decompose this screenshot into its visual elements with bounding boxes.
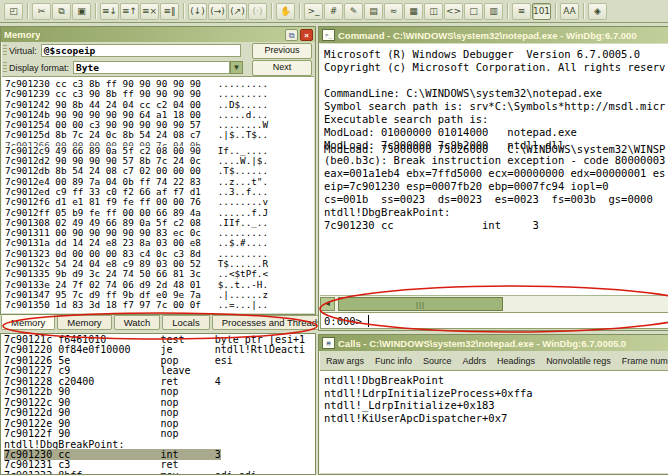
toolbar-separator [555, 3, 556, 19]
calls-window-title: Calls - C:\WINDOWS\system32\notepad.exe … [338, 338, 626, 349]
hex-dump-area[interactable]: 7c901230 cc c3 8b ff 90 90 90 90 90 ....… [2, 76, 314, 313]
stop-debugging-icon[interactable]: ≡× [140, 3, 159, 20]
modload-overlapped-lines: ModLoad: 7c900000 7c9b2000 ntdll.dll Mod… [324, 139, 668, 154]
dock-icon[interactable]: ⧉ [285, 29, 298, 41]
memory-titlebar[interactable]: Memory ⧉ × [1, 27, 315, 42]
locals-window-icon[interactable]: ✎ [344, 3, 363, 20]
memory-window-icon[interactable]: ▦ [404, 3, 423, 20]
call-stack-frames: ntdll!DbgBreakPoint ntdll!LdrpInitialize… [324, 374, 668, 424]
paste-icon[interactable]: ▣ [72, 3, 91, 20]
display-format-row: Display format: Byte ▼ Next [1, 59, 315, 76]
tab-processes-and-threads[interactable]: Processes and Threads [212, 315, 332, 330]
go-icon[interactable]: ≡↓ [100, 3, 119, 20]
disassembly-window-icon[interactable]: ◫ [424, 3, 443, 20]
assembly-mode-icon[interactable]: 101 [532, 3, 551, 20]
command-window-icon[interactable]: >_ [304, 3, 323, 20]
nonvolatile-regs-button[interactable]: Nonvolatile regs [546, 356, 611, 366]
command-window-title: Command - C:\WINDOWS\system32\notepad.ex… [338, 30, 637, 41]
toolbar-separator [299, 3, 300, 19]
command-prompt: 0:000> [324, 315, 362, 327]
tab-memory-2[interactable]: Memory [57, 315, 111, 330]
current-instruction-highlight: 7c901230 cc int 3 [4, 449, 221, 460]
previous-button[interactable]: Previous [252, 43, 312, 59]
next-button[interactable]: Next [252, 60, 312, 76]
tab-memory-1[interactable]: Memory [1, 315, 55, 330]
tab-locals[interactable]: Locals [162, 315, 209, 330]
command-titlebar[interactable]: >_ Command - C:\WINDOWS\system32\notepad… [319, 27, 668, 43]
scroll-left-arrow-icon[interactable]: ◄ [320, 297, 335, 311]
blank-window-icon[interactable]: □ [464, 3, 483, 20]
calls-window-icon[interactable]: ≈ [384, 3, 403, 20]
source-mode-icon[interactable]: ≡ [512, 3, 531, 20]
tab-watch[interactable]: Watch [114, 315, 161, 330]
toolbar-grip[interactable] [3, 45, 7, 57]
display-format-select[interactable]: Byte [73, 61, 230, 74]
modload-line-winspool: ModLoad: 73000000 73026000 C:\WINDOWS\sy… [324, 143, 665, 154]
toolbar-grip[interactable] [3, 62, 7, 74]
copy-icon[interactable]: ⧉ [52, 3, 71, 20]
raw-args-button[interactable]: Raw args [326, 356, 364, 366]
restart-icon[interactable]: ≡↑ [120, 3, 139, 20]
addrs-button[interactable]: Addrs [463, 356, 487, 366]
source-button[interactable]: Source [423, 356, 452, 366]
hex-dump-clipped-row: 7c901266 00 00 00 00 00 00 7c 04 0b ....… [5, 141, 314, 146]
command-window: >_ Command - C:\WINDOWS\system32\notepad… [318, 26, 668, 331]
hex-dump-rows: 7c9012c9 49 66 89 0a 5f c2 08 00 90 If..… [5, 146, 314, 311]
display-format-label: Display format: [9, 63, 69, 73]
toolbar-separator [95, 3, 96, 19]
watch-window-icon[interactable]: # [324, 3, 343, 20]
text-caret [368, 315, 369, 327]
calls-window: ▤ Calls - C:\WINDOWS\system32\notepad.ex… [318, 334, 668, 475]
step-over-icon[interactable]: (→) [208, 3, 227, 20]
call-stack-list[interactable]: ntdll!DbgBreakPoint ntdll!LdrpInitialize… [320, 370, 668, 473]
command-log-lines: Microsoft (R) Windows Debugger Version 6… [324, 48, 668, 139]
memory-window-title: Memory [4, 29, 40, 40]
virtual-address-input[interactable]: @$scopeip [41, 44, 241, 57]
step-into-icon[interactable]: (↓) [188, 3, 207, 20]
headings-button[interactable]: Headings [497, 356, 535, 366]
command-window-icon: >_ [322, 29, 335, 41]
font-icon[interactable]: AA [560, 3, 579, 20]
disassembly-lines: 7c901231 c3 ret 7c901232 8bff mov edi,ed… [4, 460, 315, 474]
toolbar-separator [271, 3, 272, 19]
toolbar-separator [27, 3, 28, 19]
disassembly-pane: 7c90121c f6461010 test byte ptr [esi+1 7… [0, 333, 316, 475]
cut-icon[interactable]: ✂ [32, 3, 51, 20]
func-info-button[interactable]: Func info [375, 356, 412, 366]
open-source-file-icon[interactable]: ◰ [4, 3, 23, 20]
virtual-label: Virtual: [9, 46, 37, 56]
run-to-cursor-icon[interactable]: (·) [248, 3, 267, 20]
disassembly-content[interactable]: 7c90121c f6461010 test byte ptr [esi+1 7… [1, 334, 315, 474]
toolbar-separator [583, 3, 584, 19]
chevron-down-icon[interactable]: ▼ [230, 61, 243, 74]
toolbar-separator [183, 3, 184, 19]
processes-threads-window-icon[interactable]: ▥ [484, 3, 503, 20]
options-icon[interactable]: ◈ [588, 3, 607, 20]
detach-icon[interactable]: ≡‖ [160, 3, 179, 20]
command-log-lines: (be0.b3c): Break instruction exception -… [324, 154, 668, 232]
virtual-address-row: Virtual: @$scopeip Previous [1, 42, 315, 59]
command-log[interactable]: Microsoft (R) Windows Debugger Version 6… [320, 44, 668, 296]
dock-tab-bar: Memory Memory Watch Locals Processes and… [1, 315, 316, 333]
scrollbar-thumb[interactable]: ||| [338, 297, 503, 311]
main-toolbar: ◰ ✂ ⧉ ▣ ≡↓ ≡↑ ≡× ≡‖ (↓) (→) (↗) (·) ✋ >_… [0, 0, 668, 23]
scratch-pad-icon[interactable]: <> [444, 3, 463, 20]
step-out-icon[interactable]: (↗) [228, 3, 247, 20]
close-icon[interactable]: × [300, 29, 313, 41]
registers-window-icon[interactable]: ▤ [364, 3, 383, 20]
calls-titlebar[interactable]: ▤ Calls - C:\WINDOWS\system32\notepad.ex… [319, 335, 668, 351]
disassembly-lines: 7c90121c f6461010 test byte ptr [esi+1 7… [4, 335, 315, 450]
horizontal-scrollbar[interactable]: ◄ ||| [320, 295, 668, 312]
break-hand-icon[interactable]: ✋ [276, 3, 295, 20]
command-input-line[interactable]: 0:000> [320, 312, 668, 329]
hex-dump-rows: 7c901230 cc c3 8b ff 90 90 90 90 90 ....… [5, 79, 314, 141]
toolbar-separator [507, 3, 508, 19]
calls-toolbar: Raw args Func info Source Addrs Headings… [320, 352, 668, 370]
frame-nums-button[interactable]: Frame nums [622, 356, 668, 366]
memory-window: Memory ⧉ × Virtual: @$scopeip Previous D… [0, 26, 316, 315]
windbg-application: { "toolbar": { "icons": [ {"name":"open-… [0, 0, 668, 475]
calls-window-icon: ▤ [322, 337, 335, 349]
